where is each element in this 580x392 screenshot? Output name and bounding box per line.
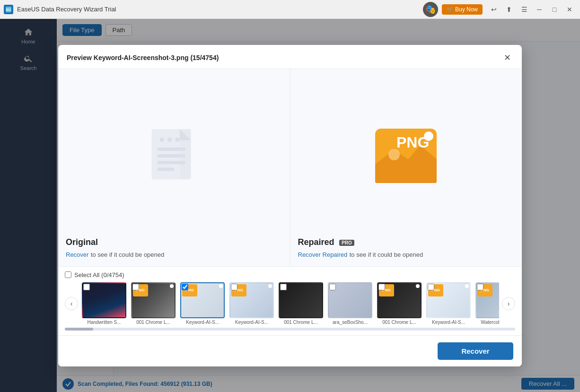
- thumb-checkbox-1[interactable]: [132, 284, 139, 290]
- thumb-prev-button[interactable]: ‹: [65, 297, 78, 310]
- recover-link[interactable]: Recover: [66, 251, 88, 258]
- modal-overlay: Preview Keyword-AI-Screenshot-3.png (15/…: [0, 19, 580, 392]
- modal-close-button[interactable]: ✕: [501, 52, 513, 64]
- avatar-icon: 🎭: [423, 2, 438, 17]
- repaired-image-area: PNG: [298, 77, 515, 237]
- preview-area: Original Recover to see if it could be o…: [58, 69, 522, 267]
- thumb-label-5: ara_seBoxSho...: [328, 320, 372, 325]
- select-all-label: Select All (0/4754): [74, 271, 124, 279]
- thumb-item-8[interactable]: PNGWatercolor Su...: [475, 282, 499, 325]
- thumb-item-3[interactable]: PNGKeyword-AI-S...: [228, 282, 275, 325]
- svg-rect-6: [157, 161, 185, 164]
- app-body: Home Search File Type Path ▾ 🖼 Pictur...…: [0, 19, 580, 392]
- thumb-item-1[interactable]: PNG001 Chrome L...: [130, 282, 176, 325]
- svg-text:EU: EU: [6, 8, 11, 11]
- thumb-checkbox-5[interactable]: [329, 284, 336, 290]
- original-label: Original Recover to see if it could be o…: [66, 237, 282, 259]
- thumb-item-7[interactable]: PNGKeyword-AI-S...: [425, 282, 472, 325]
- undo-button[interactable]: ↩: [487, 3, 501, 16]
- app-icon: EU: [4, 5, 13, 14]
- title-bar: EU EaseUS Data Recovery Wizard Trial 🎭 🛒…: [0, 0, 580, 19]
- broken-file-icon: [146, 126, 202, 188]
- thumb-item-5[interactable]: ara_seBoxSho...: [327, 282, 373, 325]
- thumbnail-strip: Select All (0/4754) ‹ Handwritten S...PN…: [58, 267, 522, 336]
- thumb-checkbox-4[interactable]: [280, 284, 287, 290]
- thumb-scrollbar[interactable]: [65, 328, 515, 331]
- thumb-item-4[interactable]: 001 Chrome L...: [278, 282, 324, 325]
- title-bar-controls: 🎭 🛒 Buy Now ↩ ⬆ ☰ ─ □ ✕: [423, 2, 576, 17]
- thumb-label-2: Keyword-AI-S...: [180, 320, 225, 325]
- thumb-checkbox-2[interactable]: [182, 284, 188, 290]
- svg-point-9: [167, 137, 172, 141]
- svg-point-8: [159, 137, 164, 141]
- svg-point-10: [175, 137, 179, 141]
- thumb-checkbox-8[interactable]: [477, 284, 483, 290]
- thumb-list: Handwritten S...PNG001 Chrome L...PNGKey…: [81, 282, 499, 325]
- maximize-button[interactable]: □: [548, 3, 561, 16]
- repaired-label: Repaired PRO Recover Repaired to see if …: [298, 237, 515, 259]
- thumb-checkbox-0[interactable]: [83, 284, 90, 290]
- modal-footer: Recover: [58, 336, 522, 366]
- minimize-button[interactable]: ─: [533, 3, 546, 16]
- thumb-label-1: 001 Chrome L...: [131, 320, 176, 325]
- svg-rect-4: [157, 147, 185, 150]
- menu-button[interactable]: ☰: [518, 3, 531, 16]
- preview-modal: Preview Keyword-AI-Screenshot-3.png (15/…: [58, 45, 522, 366]
- thumb-item-0[interactable]: Handwritten S...: [81, 282, 127, 325]
- thumb-checkbox-7[interactable]: [428, 284, 434, 290]
- modal-title: Preview Keyword-AI-Screenshot-3.png (15/…: [67, 54, 219, 61]
- svg-text:PNG: PNG: [396, 134, 429, 151]
- thumb-label-6: 001 Chrome L...: [377, 320, 422, 325]
- repaired-recover-text: to see if it could be opened: [350, 251, 423, 258]
- select-all-checkbox[interactable]: [65, 271, 71, 278]
- thumb-checkbox-3[interactable]: [231, 284, 237, 290]
- thumb-label-7: Keyword-AI-S...: [426, 320, 471, 325]
- thumb-checkbox-6[interactable]: [378, 284, 385, 290]
- original-image-area: [66, 77, 282, 237]
- thumb-item-6[interactable]: PNG001 Chrome L...: [376, 282, 422, 325]
- thumb-item-2[interactable]: PNGKeyword-AI-S...: [179, 282, 226, 325]
- thumb-next-button[interactable]: ›: [502, 297, 515, 310]
- buy-now-button[interactable]: 🛒 Buy Now: [442, 4, 483, 15]
- original-recover-text: to see if it could be opened: [91, 251, 164, 258]
- pro-badge: PRO: [339, 240, 354, 246]
- thumb-label-8: Watercolor Su...: [475, 320, 499, 325]
- png-file-icon: PNG: [373, 124, 439, 190]
- thumb-label-4: 001 Chrome L...: [279, 320, 323, 325]
- thumb-label-0: Handwritten S...: [82, 320, 126, 325]
- app-title: EaseUS Data Recovery Wizard Trial: [17, 6, 423, 13]
- recover-repaired-link[interactable]: Recover Repaired: [298, 251, 348, 258]
- repaired-panel: PNG Repaired PRO Recover Repaired to see…: [290, 69, 522, 266]
- thumb-label-3: Keyword-AI-S...: [229, 320, 274, 325]
- thumb-scroll-container: ‹ Handwritten S...PNG001 Chrome L...PNGK…: [65, 282, 515, 325]
- select-all-row: Select All (0/4754): [65, 271, 515, 279]
- original-panel: Original Recover to see if it could be o…: [58, 69, 290, 266]
- modal-header: Preview Keyword-AI-Screenshot-3.png (15/…: [58, 45, 522, 69]
- close-button[interactable]: ✕: [563, 3, 576, 16]
- upload-button[interactable]: ⬆: [502, 3, 516, 16]
- svg-rect-7: [157, 167, 174, 171]
- recover-button[interactable]: Recover: [438, 342, 513, 360]
- thumb-scrollbar-handle: [65, 328, 93, 331]
- svg-rect-5: [157, 154, 185, 157]
